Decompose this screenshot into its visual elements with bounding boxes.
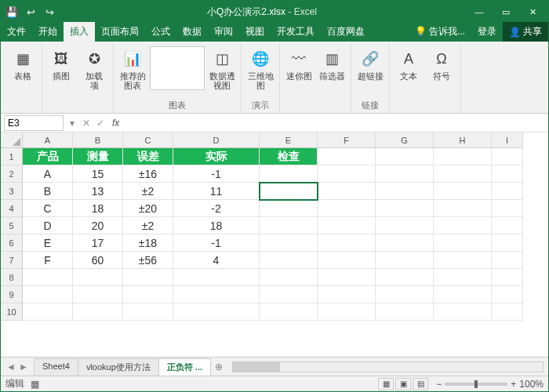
cell[interactable] [492,217,523,234]
cell[interactable] [376,252,434,269]
cell[interactable] [318,165,376,183]
namebox-dropdown-icon[interactable]: ▾ [67,118,78,129]
cell[interactable]: 20 [73,217,123,234]
cell[interactable]: 误差 [123,148,173,165]
chart-gallery[interactable] [150,46,205,90]
tab-数据[interactable]: 数据 [176,22,208,42]
tab-插入[interactable]: 插入 [64,22,95,42]
cell[interactable] [492,286,523,303]
cell[interactable]: ±18 [123,234,173,252]
map3d-button[interactable]: 🌐三维地 图 [245,46,276,92]
cell[interactable] [123,303,173,321]
maximize-button[interactable]: ▭ [493,4,518,20]
cell[interactable]: 11 [173,183,260,200]
symbol-button[interactable]: Ω符号 [426,46,457,82]
cell[interactable] [434,234,492,252]
cell[interactable]: A [23,165,73,183]
cell[interactable] [318,217,376,234]
cell[interactable] [318,200,376,217]
cell[interactable]: ±20 [123,200,173,217]
tab-公式[interactable]: 公式 [145,22,176,42]
row-headers[interactable]: 12345678910 [1,148,23,321]
cell[interactable] [492,165,523,183]
cell[interactable]: 60 [73,252,123,269]
cell[interactable]: 18 [73,200,123,217]
cell[interactable] [173,269,260,286]
row-header[interactable]: 5 [1,217,23,234]
spreadsheet-grid[interactable]: ABCDEFGHI 12345678910 产品测量误差实际检查A15±16-1… [1,132,548,347]
name-box[interactable]: E3 [4,115,64,131]
sheet-tab[interactable]: Sheet4 [34,358,78,377]
save-icon[interactable]: 💾 [4,4,20,20]
tables-button[interactable]: ▦表格 [7,46,38,82]
col-header[interactable]: E [260,132,318,148]
tab-审阅[interactable]: 审阅 [208,22,239,42]
select-all-corner[interactable] [1,132,23,148]
cell[interactable] [318,303,376,321]
cell[interactable] [123,286,173,303]
row-header[interactable]: 4 [1,200,23,217]
cell[interactable] [23,303,73,321]
cell[interactable]: -2 [173,200,260,217]
cell[interactable]: ±16 [123,165,173,183]
view-mode-button[interactable]: ▦ [378,378,394,390]
cell[interactable]: 实际 [173,148,260,165]
cell[interactable] [434,165,492,183]
row-header[interactable]: 10 [1,303,23,321]
sheet-tab[interactable]: 正负符 ... [158,358,211,377]
cell[interactable] [260,183,318,200]
view-mode-button[interactable]: ▣ [395,378,411,390]
cell[interactable] [173,303,260,321]
cell[interactable] [318,252,376,269]
zoom-out-icon[interactable]: − [436,379,442,390]
cell[interactable]: F [23,252,73,269]
cell[interactable]: -1 [173,234,260,252]
zoom-level[interactable]: 100% [519,379,544,390]
sheet-nav[interactable]: ◄ ► [1,361,34,372]
cell[interactable] [260,200,318,217]
cell[interactable] [492,303,523,321]
fx-icon[interactable]: fx [109,118,122,129]
row-header[interactable]: 6 [1,234,23,252]
cell[interactable] [260,269,318,286]
close-button[interactable]: ✕ [520,4,545,20]
tab-视图[interactable]: 视图 [239,22,271,42]
cell[interactable]: ±2 [123,183,173,200]
illustrations-button[interactable]: 🖼插图 [45,46,77,82]
tab-开始[interactable]: 开始 [32,22,64,42]
col-header[interactable]: D [173,132,260,148]
cell[interactable]: 15 [73,165,123,183]
cell[interactable] [376,286,434,303]
cell[interactable] [260,234,318,252]
addins-button[interactable]: ✪加载 项 [78,46,110,92]
col-header[interactable]: C [123,132,173,148]
cell[interactable]: -1 [173,165,260,183]
cell[interactable] [318,234,376,252]
sheet-next-icon[interactable]: ► [18,361,29,372]
cell[interactable] [318,183,376,200]
tab-文件[interactable]: 文件 [1,22,32,42]
cell[interactable] [260,165,318,183]
text-button[interactable]: A文本 [393,46,424,82]
cell[interactable] [173,286,260,303]
cell[interactable]: D [23,217,73,234]
cell[interactable] [434,269,492,286]
cell[interactable] [376,165,434,183]
horizontal-scrollbar[interactable] [232,361,544,372]
formula-input[interactable] [122,115,548,131]
cell[interactable] [492,183,523,200]
enter-formula-icon[interactable]: ✓ [96,118,104,129]
cell[interactable]: E [23,234,73,252]
cell[interactable] [73,286,123,303]
cell[interactable] [492,148,523,165]
sheet-tab[interactable]: vlookup使用方法 [78,358,159,377]
cell[interactable] [318,148,376,165]
cell[interactable]: 测量 [73,148,123,165]
cell[interactable] [434,148,492,165]
cell[interactable] [434,217,492,234]
undo-icon[interactable]: ↩ [23,4,38,20]
col-header[interactable]: F [318,132,376,148]
cell[interactable] [492,234,523,252]
cell[interactable]: 产品 [23,148,73,165]
recommended-charts-button[interactable]: 📊推荐的 图表 [117,46,148,92]
